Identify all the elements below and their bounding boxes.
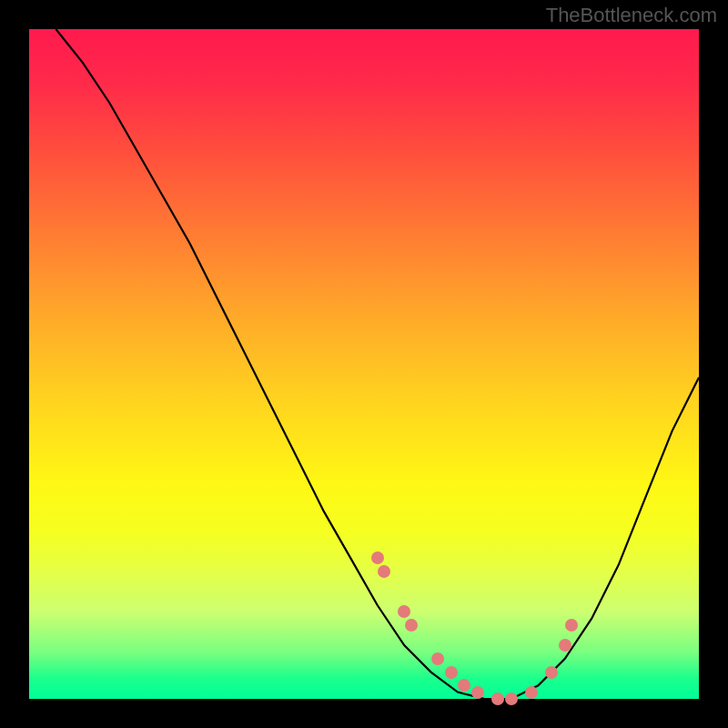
scatter-point	[559, 639, 571, 652]
scatter-point	[431, 652, 444, 665]
scatter-point	[398, 605, 410, 618]
scatter-point	[491, 693, 504, 705]
scatter-point	[445, 666, 458, 679]
scatter-point	[525, 686, 538, 699]
scatter-point	[505, 693, 518, 705]
scatter-point	[405, 619, 418, 632]
scatter-point	[545, 666, 558, 679]
scatter-point	[458, 679, 470, 692]
plot-area	[29, 29, 699, 699]
scatter-point	[378, 565, 390, 578]
scatter-points-layer	[29, 29, 699, 699]
scatter-point	[565, 619, 578, 632]
scatter-point	[371, 551, 384, 564]
watermark-text: TheBottleneck.com	[546, 4, 717, 27]
scatter-point	[471, 686, 484, 699]
